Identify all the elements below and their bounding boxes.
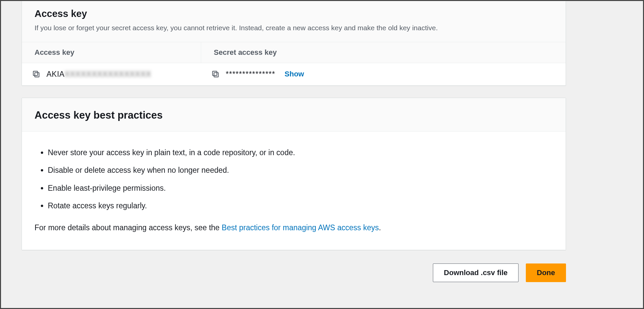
more-prefix: For more details about managing access k… [35,223,222,232]
access-key-panel-header: Access key If you lose or forget your se… [22,1,566,42]
col-secret-key: Secret access key [201,42,566,63]
best-practices-header: Access key best practices [22,98,566,132]
access-key-id-prefix: AKIA [46,70,64,78]
copy-icon[interactable] [211,70,220,78]
copy-icon[interactable] [32,70,40,78]
access-key-id-value: AKIAXXXXXXXXXXXXXXXX [46,70,151,79]
access-key-title: Access key [35,8,553,19]
best-practices-title: Access key best practices [35,109,553,121]
svg-rect-0 [35,73,39,77]
secret-key-masked: *************** [226,70,275,79]
best-practices-link[interactable]: Best practices for managing AWS access k… [222,223,379,232]
show-secret-link[interactable]: Show [284,70,304,78]
footer-actions: Download .csv file Done [22,263,566,282]
svg-rect-1 [33,71,38,75]
col-access-key: Access key [22,42,201,63]
best-practices-list: Never store your access key in plain tex… [35,147,553,212]
download-csv-button[interactable]: Download .csv file [433,263,519,282]
best-practices-panel: Access key best practices Never store yo… [22,98,566,250]
best-practices-body: Never store your access key in plain tex… [22,132,566,250]
list-item: Never store your access key in plain tex… [48,147,553,159]
access-key-subtext: If you lose or forget your secret access… [35,23,553,33]
access-key-cell: AKIAXXXXXXXXXXXXXXXX [22,63,201,85]
svg-rect-3 [212,71,217,75]
page-root: Access key If you lose or forget your se… [1,1,643,282]
more-suffix: . [379,223,381,232]
best-practices-more: For more details about managing access k… [35,222,553,234]
content-wrap: Access key If you lose or forget your se… [22,1,566,282]
done-button[interactable]: Done [526,263,566,282]
access-key-table-head: Access key Secret access key [22,42,566,63]
access-key-table-row: AKIAXXXXXXXXXXXXXXXX *************** Sho… [22,63,566,85]
list-item: Disable or delete access key when no lon… [48,164,553,176]
access-key-id-redacted: XXXXXXXXXXXXXXXX [64,70,151,79]
secret-key-cell: *************** Show [201,63,566,85]
access-key-panel: Access key If you lose or forget your se… [22,1,566,86]
list-item: Enable least-privilege permissions. [48,182,553,194]
svg-rect-2 [214,73,218,77]
list-item: Rotate access keys regularly. [48,200,553,212]
